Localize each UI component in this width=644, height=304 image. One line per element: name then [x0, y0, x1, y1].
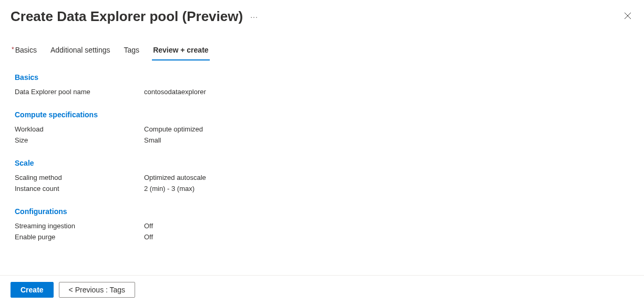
size-label: Size	[15, 136, 144, 144]
tab-basics-label: Basics	[15, 46, 37, 54]
instance-count-label: Instance count	[15, 185, 144, 192]
row-instance-count: Instance count 2 (min) - 3 (max)	[15, 185, 629, 192]
pool-name-label: Data Explorer pool name	[15, 88, 144, 96]
scaling-method-label: Scaling method	[15, 174, 144, 181]
section-compute-title: Compute specifications	[15, 110, 629, 119]
section-configurations: Configurations Streaming ingestion Off E…	[15, 207, 629, 241]
more-icon[interactable]: ···	[250, 13, 258, 21]
pool-name-value: contosodataexplorer	[144, 88, 206, 96]
previous-button[interactable]: < Previous : Tags	[59, 282, 136, 298]
tab-review-create[interactable]: Review + create	[152, 42, 209, 60]
row-enable-purge: Enable purge Off	[15, 233, 629, 241]
page-header: Create Data Explorer pool (Preview) ···	[0, 0, 644, 30]
workload-value: Compute optimized	[144, 125, 203, 133]
instance-count-value: 2 (min) - 3 (max)	[144, 185, 195, 192]
purge-value: Off	[144, 233, 153, 241]
tab-additional-settings[interactable]: Additional settings	[49, 42, 111, 60]
section-scale: Scale Scaling method Optimized autoscale…	[15, 159, 629, 192]
review-content: Basics Data Explorer pool name contosoda…	[0, 60, 644, 275]
scaling-method-value: Optimized autoscale	[144, 174, 206, 181]
row-scaling-method: Scaling method Optimized autoscale	[15, 174, 629, 181]
close-icon[interactable]	[622, 10, 633, 24]
row-pool-name: Data Explorer pool name contosodataexplo…	[15, 88, 629, 96]
row-streaming-ingestion: Streaming ingestion Off	[15, 222, 629, 230]
section-compute: Compute specifications Workload Compute …	[15, 110, 629, 144]
tab-basics[interactable]: *Basics	[11, 42, 38, 60]
tab-tags-label: Tags	[124, 46, 140, 54]
tab-review-label: Review + create	[153, 46, 208, 54]
purge-label: Enable purge	[15, 233, 144, 241]
tab-additional-label: Additional settings	[50, 46, 110, 54]
section-config-title: Configurations	[15, 207, 629, 216]
section-basics-title: Basics	[15, 73, 629, 82]
create-button[interactable]: Create	[11, 282, 54, 298]
streaming-label: Streaming ingestion	[15, 222, 144, 230]
tab-tags[interactable]: Tags	[123, 42, 141, 60]
streaming-value: Off	[144, 222, 153, 230]
footer-bar: Create < Previous : Tags	[0, 275, 644, 304]
header-left: Create Data Explorer pool (Preview) ···	[11, 8, 258, 25]
row-workload: Workload Compute optimized	[15, 125, 629, 133]
page-title: Create Data Explorer pool (Preview)	[11, 8, 243, 25]
workload-label: Workload	[15, 125, 144, 133]
tab-strip: *Basics Additional settings Tags Review …	[0, 30, 644, 60]
section-scale-title: Scale	[15, 159, 629, 167]
section-basics: Basics Data Explorer pool name contosoda…	[15, 73, 629, 96]
row-size: Size Small	[15, 136, 629, 144]
size-value: Small	[144, 136, 161, 144]
